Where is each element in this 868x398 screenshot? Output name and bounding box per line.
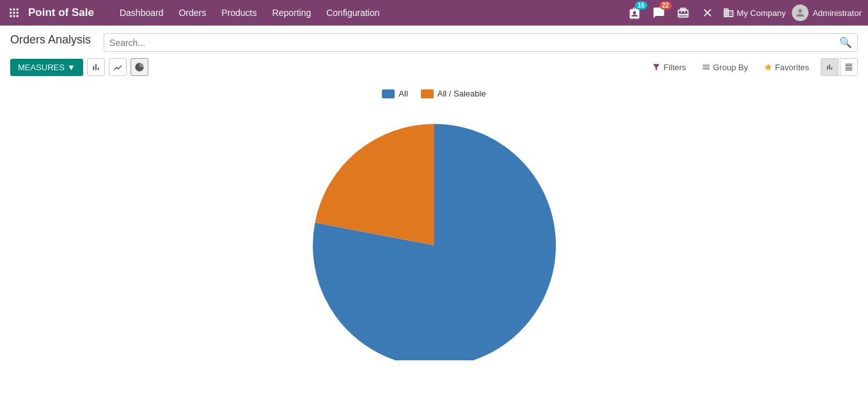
nav-reporting[interactable]: Reporting [266,4,318,21]
pie-chart [287,105,581,360]
legend-item-all: All [382,89,407,98]
pie-chart-svg [287,105,581,360]
svg-rect-5 [17,12,19,14]
nav-products[interactable]: Products [215,4,263,21]
search-bar[interactable]: 🔍 [104,33,858,52]
line-chart-button[interactable] [109,58,127,76]
user-menu[interactable]: Administrator [792,4,862,21]
svg-rect-0 [10,8,12,10]
company-selector[interactable]: My Company [723,7,786,19]
activity-button[interactable]: 16 [626,4,643,22]
search-and-filter-area: 🔍 [104,33,858,52]
svg-rect-8 [17,15,19,17]
app-grid-icon[interactable] [6,5,22,20]
measures-button[interactable]: MEASURES ▼ [10,59,83,76]
legend-label-saleable: All / Saleable [438,89,486,98]
toolbar: MEASURES ▼ [10,58,858,76]
view-toggle [821,58,858,76]
company-name: My Company [737,8,786,18]
chart-view-button[interactable] [821,58,839,76]
svg-rect-7 [13,15,15,17]
topbar-right: 16 22 My Company [626,4,862,22]
search-input[interactable] [109,38,839,48]
activity-badge: 16 [635,1,647,10]
user-name: Administrator [812,8,862,18]
dropdown-arrow-icon: ▼ [67,63,75,72]
chart-legend: All All / Saleable [382,89,485,98]
svg-rect-2 [17,8,19,10]
legend-color-all [382,89,395,98]
legend-label-all: All [398,89,407,98]
svg-rect-4 [13,12,15,14]
nav-orders[interactable]: Orders [172,4,212,21]
bar-chart-button[interactable] [87,58,105,76]
legend-color-saleable [421,89,434,98]
main-menu: Dashboard Orders Products Reporting Conf… [113,4,626,21]
toolbar-right: Filters Group By Favorites [648,58,858,76]
nav-configuration[interactable]: Configuration [320,4,386,21]
gift-icon-button[interactable] [674,4,692,22]
messages-button[interactable]: 22 [650,4,668,22]
user-avatar [792,4,809,21]
svg-rect-6 [10,15,12,17]
top-navigation: Point of Sale Dashboard Orders Products … [0,0,868,26]
toolbar-left: MEASURES ▼ [10,58,148,76]
svg-rect-3 [10,12,12,14]
search-icon[interactable]: 🔍 [839,36,852,49]
messages-badge: 22 [659,1,672,10]
chart-area: All All / Saleable [10,82,858,360]
pie-chart-button[interactable] [130,58,148,76]
filters-button[interactable]: Filters [648,60,690,75]
close-icon-button[interactable] [698,4,716,22]
legend-item-saleable: All / Saleable [421,89,486,98]
table-view-button[interactable] [840,58,858,76]
content-area: Orders Analysis 🔍 MEASURES ▼ [0,26,868,360]
app-title: Point of Sale [28,6,94,19]
groupby-button[interactable]: Group By [698,60,752,75]
page-header-row: Orders Analysis 🔍 [10,33,858,53]
svg-rect-1 [13,8,15,10]
favorites-button[interactable]: Favorites [760,60,813,75]
nav-dashboard[interactable]: Dashboard [113,4,170,21]
page-title: Orders Analysis [10,33,91,47]
